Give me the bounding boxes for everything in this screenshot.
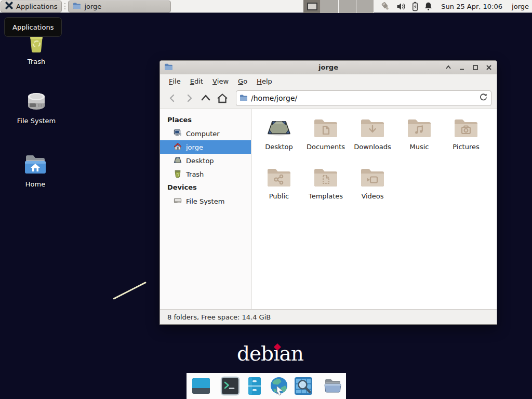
- file-list: Desktop Documents Downloads Music: [251, 109, 497, 309]
- workspace-1[interactable]: [303, 0, 321, 13]
- workspace-3[interactable]: [339, 0, 356, 13]
- desktop-icon-label: Trash: [28, 58, 45, 65]
- maximize-button[interactable]: [472, 64, 479, 71]
- file-item-label: Videos: [361, 192, 383, 200]
- sidebar-item-trash[interactable]: Trash: [160, 167, 251, 181]
- desktop-icon: [174, 156, 182, 166]
- sidebar-item-label: File System: [186, 197, 224, 205]
- up-button[interactable]: [198, 91, 213, 105]
- path-folder-icon: [240, 94, 248, 103]
- file-item-documents[interactable]: Documents: [302, 114, 349, 164]
- file-manager-window: jorge File Edit View Go Help: [159, 60, 497, 325]
- computer-icon: [174, 129, 182, 139]
- desktop-icon-file-system[interactable]: File System: [9, 88, 63, 125]
- mouse-cursor: [113, 282, 147, 300]
- debian-wordmark: debian: [237, 342, 303, 365]
- panel-handle[interactable]: [63, 1, 67, 12]
- workspace-pager: [303, 0, 374, 13]
- close-button[interactable]: [485, 64, 493, 71]
- pager-window-thumb: [307, 3, 317, 10]
- menu-view[interactable]: View: [208, 75, 233, 87]
- volume-icon[interactable]: [396, 2, 406, 11]
- desktop-icon-home[interactable]: Home: [8, 152, 62, 188]
- panel-username: jorge: [512, 3, 529, 10]
- sidebar-item-file-system[interactable]: File System: [160, 194, 251, 208]
- folder-public-icon: [266, 166, 292, 189]
- minimize-button[interactable]: [458, 64, 466, 71]
- panel-clock: Sun 25 Apr, 10:06: [441, 3, 502, 10]
- app-finder-icon[interactable]: [294, 376, 313, 396]
- home-button[interactable]: [215, 91, 230, 105]
- file-item-templates[interactable]: Templates: [302, 164, 349, 213]
- show-desktop-icon[interactable]: [191, 376, 211, 396]
- sidebar-item-desktop[interactable]: Desktop: [160, 154, 251, 167]
- status-text: 8 folders, Free space: 14.4 GiB: [167, 313, 271, 321]
- sidebar-item-label: Computer: [186, 130, 220, 138]
- menu-help[interactable]: Help: [252, 75, 277, 87]
- workspace-4[interactable]: [356, 0, 374, 13]
- removable-media-icon[interactable]: [379, 1, 392, 11]
- path-bar[interactable]: [236, 90, 491, 106]
- xfce-menu-icon: [5, 2, 13, 11]
- file-item-videos[interactable]: Videos: [349, 164, 396, 213]
- home-icon: [174, 142, 182, 152]
- file-item-label: Documents: [307, 143, 345, 151]
- file-manager-icon[interactable]: [323, 376, 342, 396]
- terminal-icon[interactable]: [220, 376, 240, 396]
- statusbar: 8 folders, Free space: 14.4 GiB: [160, 309, 497, 324]
- file-item-pictures[interactable]: Pictures: [443, 114, 489, 164]
- window-folder-icon: [73, 2, 81, 11]
- sidebar-item-label: jorge: [186, 143, 203, 151]
- toolbar: [160, 88, 497, 109]
- file-item-downloads[interactable]: Downloads: [349, 114, 396, 164]
- hard-drive-icon: [24, 88, 49, 113]
- folder-music-icon: [406, 117, 432, 140]
- sidebar-item-computer[interactable]: Computer: [160, 127, 251, 140]
- file-item-desktop[interactable]: Desktop: [256, 114, 302, 164]
- menu-go[interactable]: Go: [233, 75, 252, 87]
- debian-logo: debian: [237, 342, 303, 365]
- sidebar-item-jorge[interactable]: jorge: [160, 140, 251, 154]
- hard-drive-icon: [174, 196, 182, 206]
- tooltip-text: Applications: [12, 23, 54, 31]
- web-browser-icon[interactable]: [269, 376, 289, 396]
- back-button[interactable]: [165, 91, 180, 105]
- sidebar: Places Computer jorge Desktop Trash Devi…: [160, 109, 251, 309]
- applications-menu-label: Applications: [16, 3, 57, 10]
- menu-file[interactable]: File: [164, 75, 185, 87]
- battery-icon[interactable]: [411, 2, 419, 11]
- file-item-music[interactable]: Music: [396, 114, 443, 164]
- file-cabinet-icon[interactable]: [245, 376, 264, 396]
- file-item-label: Music: [410, 143, 429, 151]
- taskbar-window-label: jorge: [84, 3, 101, 10]
- home-folder-icon: [23, 152, 48, 177]
- menu-edit[interactable]: Edit: [185, 75, 208, 87]
- folder-documents-icon: [313, 117, 339, 140]
- file-item-public[interactable]: Public: [256, 164, 302, 213]
- workspace-2[interactable]: [321, 0, 339, 13]
- forward-button[interactable]: [182, 91, 196, 105]
- sidebar-header-places: Places: [160, 113, 251, 127]
- top-panel: Applications jorge Sun 25 Apr, 10:06 jor…: [0, 0, 532, 13]
- sidebar-item-label: Desktop: [186, 157, 214, 165]
- path-input[interactable]: [251, 94, 476, 102]
- dock: [187, 373, 346, 399]
- desktop-special-icon: [265, 117, 292, 140]
- file-item-label: Pictures: [453, 143, 479, 151]
- sidebar-item-label: Trash: [186, 170, 204, 178]
- reload-icon[interactable]: [479, 93, 488, 103]
- notifications-bell-icon[interactable]: [424, 2, 433, 11]
- applications-menu-button[interactable]: Applications: [1, 1, 62, 12]
- window-titlebar[interactable]: jorge: [160, 61, 497, 74]
- sidebar-header-devices: Devices: [160, 181, 251, 194]
- folder-videos-icon: [360, 166, 385, 189]
- desktop-icon-label: Home: [25, 180, 45, 188]
- shade-button[interactable]: [445, 64, 452, 71]
- taskbar-window-button[interactable]: jorge: [68, 1, 171, 12]
- folder-templates-icon: [313, 166, 339, 189]
- file-item-label: Downloads: [354, 143, 391, 151]
- folder-downloads-icon: [360, 117, 385, 140]
- desktop-icon-label: File System: [17, 117, 56, 125]
- file-item-label: Templates: [309, 192, 343, 200]
- system-tray: [379, 1, 433, 11]
